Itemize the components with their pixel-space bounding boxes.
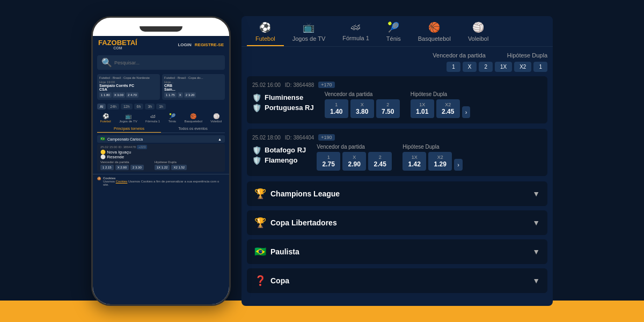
rp-hdr-btn-12[interactable]: 1 [533, 62, 547, 72]
rp-sport-volei[interactable]: 🏐 Voleibol [459, 16, 497, 46]
rp-sport-basket[interactable]: 🏀 Basquetebol [409, 16, 459, 46]
filter-12h[interactable]: 12h [121, 104, 133, 109]
odd-x-m2[interactable]: X 2.90 [342, 152, 366, 171]
phone-tenis-icon: 🎾 [169, 113, 175, 119]
odd-1-m1[interactable]: 1 1.40 [325, 99, 348, 118]
main-container: FAZOBETAÍ COM LOGIN REGISTRE-SE 🔍 Futebo… [91, 16, 553, 306]
phone-notch [140, 26, 182, 32]
rp-sport-futebol[interactable]: ⚽ Futebol [247, 16, 284, 46]
odd-1-m2[interactable]: 1 2.75 [317, 152, 340, 171]
phone-sport-f1[interactable]: 🏎 Fórmula 1 [145, 113, 160, 123]
odd-1x-m2[interactable]: 1X 1.42 [402, 152, 426, 171]
filter-24h[interactable]: 24h [107, 104, 119, 109]
rp-futebol-icon: ⚽ [259, 21, 271, 33]
tournament-paulista-left: 🇧🇷 Paulista [254, 246, 299, 258]
odd-1b-btn[interactable]: 1 1.75 [164, 92, 177, 98]
phone-volei-label: Voleibol [210, 120, 222, 123]
more-odds-m2[interactable]: › [454, 159, 463, 171]
odd-2b-btn[interactable]: 2 3.20 [184, 92, 196, 98]
odd-xb-btn[interactable]: X [178, 92, 183, 98]
phone-hipotese-label: Hipótese Dupla [155, 160, 187, 164]
filter-6h[interactable]: 6h [134, 104, 144, 109]
match-date-1: 25.02 16:00 [252, 82, 281, 88]
tournament-champions[interactable]: 🏆 Champions League ▼ [247, 181, 547, 206]
phone-sport-futebol[interactable]: ⚽ Futebol [100, 113, 111, 123]
odd-label: X [361, 102, 364, 107]
rp-sport-f1[interactable]: 🏎 Fórmula 1 [334, 16, 378, 46]
phone-hipotese-group: Hipótese Dupla 1X 1.22 X2 1.52 [155, 160, 187, 170]
register-button[interactable]: REGISTRE-SE [195, 42, 224, 47]
filter-1h[interactable]: 1h [156, 104, 166, 109]
rp-hdr-btn-1x[interactable]: 1X [495, 62, 512, 72]
odd-label: 1 [335, 102, 338, 107]
phone-odd-1[interactable]: 1 2.15 [100, 165, 114, 170]
phone-odd-1x[interactable]: 1X 1.22 [155, 165, 170, 170]
match-more-1[interactable]: +170 [318, 82, 334, 88]
odd-label: X2 [437, 155, 443, 160]
phone-search-bar[interactable]: 🔍 [97, 55, 225, 70]
match-body-1: 🛡️ Fluminense 🛡️ Portuguesa RJ Vencedor … [252, 91, 542, 118]
odd-1x-m1[interactable]: 1X 1.01 [411, 99, 434, 118]
match-odds-1: Vencedor da partida 1 1.40 X 3.80 [325, 91, 471, 118]
tournament-paulista[interactable]: 🇧🇷 Paulista ▼ [247, 239, 547, 264]
odd-x-btn[interactable]: X 3.00 [113, 92, 125, 98]
team-2b: Sam... [164, 87, 223, 91]
phone-sport-basket[interactable]: 🏀 Basquetebol [184, 113, 202, 123]
odd-val: 2.75 [323, 160, 335, 168]
odd-x-m1[interactable]: X 3.80 [350, 99, 374, 118]
login-button[interactable]: LOGIN [178, 42, 191, 47]
odd-x2-m1[interactable]: X2 2.45 [436, 99, 460, 118]
more-odds-m1[interactable]: › [462, 106, 471, 118]
odd-1-btn[interactable]: 1 1.80 [99, 92, 112, 98]
phone-vencedor-odds: 1 2.15 X 2.90 2 3.30 [100, 165, 144, 170]
odd-2-btn[interactable]: 2 4.70 [126, 92, 138, 98]
phone-odd-x[interactable]: X 2.90 [115, 165, 129, 170]
cookie-link[interactable]: Cookies [116, 180, 128, 183]
rp-hdr-btn-1[interactable]: 1 [447, 62, 460, 72]
odd-label: X2 [445, 102, 451, 107]
logo-com: COM [98, 46, 137, 50]
tournament-copa-left: ❓ Copa [254, 275, 289, 287]
teams-1: Sampaio Corrês FC CSA [99, 84, 158, 91]
tournament-copa[interactable]: ❓ Copa ▼ [247, 268, 547, 293]
odds-group-hipotese-1: Hipótese Dupla 1X 1.01 X2 2.45 [411, 91, 471, 118]
phone-tab-todos[interactable]: Todos os eventos [161, 125, 225, 133]
phone-matches-row: Futebol · Brasil · Copa de Nordeste Hoje… [93, 72, 229, 102]
search-input[interactable] [114, 60, 221, 65]
botafogo-name: Botafogo RJ [265, 146, 306, 154]
phone-tournament-header[interactable]: 🇧🇷 Campeonato Carioca ▲ [97, 135, 225, 143]
odd-2-m1[interactable]: 2 7.50 [376, 99, 400, 118]
hipotese-btns-1: 1X 1.01 X2 2.45 › [411, 99, 471, 118]
rp-hdr-btn-x[interactable]: X [463, 62, 477, 72]
right-panel: ⚽ Futebol 📺 Jogos de TV 🏎 Fórmula 1 🎾 Té… [241, 16, 553, 306]
rp-hdr-btn-x2[interactable]: X2 [514, 62, 531, 72]
rp-tv-label: Jogos de TV [292, 35, 326, 42]
rp-sport-tv[interactable]: 📺 Jogos de TV [284, 16, 334, 46]
phone-sport-tv[interactable]: 📺 Jogos de TV [119, 113, 137, 123]
phone-odd-2[interactable]: 2 3.30 [130, 165, 144, 170]
rp-sport-tenis[interactable]: 🎾 Ténis [378, 16, 409, 46]
phone-sport-volei[interactable]: 🏐 Voleibol [210, 113, 222, 123]
filter-3h[interactable]: 3h [145, 104, 155, 109]
rp-hdr-btn-2[interactable]: 2 [479, 62, 493, 72]
phone-match-card-1: Futebol · Brasil · Copa de Nordeste Hoje… [97, 74, 160, 100]
phone-tournament-chevron: ▲ [218, 137, 222, 141]
phone-tab-principais[interactable]: Principais torneios [97, 125, 161, 133]
team-1b: CSA [99, 87, 158, 91]
phone-odd-x2[interactable]: X2 1.52 [171, 165, 187, 170]
logo-text: FAZOBETAÍ [98, 39, 137, 47]
tournament-libertadores[interactable]: 🏆 Copa Libertadores ▼ [247, 210, 547, 235]
champions-chevron: ▼ [532, 189, 540, 198]
odd-val: 1.40 [330, 108, 342, 115]
match-meta-2: 25.02 18:00 ID: 3864404 +190 [252, 134, 542, 141]
phone-sports-row: ⚽ Futebol 📺 Jogos de TV 🏎 Fórmula 1 🎾 Té… [93, 111, 229, 125]
odd-2-m2[interactable]: 2 2.45 [368, 152, 392, 171]
phone-sport-tenis[interactable]: 🎾 Ténis [168, 113, 176, 123]
odd-x2-m2[interactable]: X2 1.29 [428, 152, 452, 171]
rp-odds-header: Vencedor da partida Hipótese Dupla [247, 52, 547, 62]
filter-all[interactable]: Al [97, 104, 106, 109]
phone-vencedor-label: Vencedor da partida [100, 160, 144, 164]
match-more-2[interactable]: +190 [318, 134, 334, 141]
paulista-chevron: ▼ [532, 247, 540, 256]
phone-tv-icon: 📺 [125, 113, 131, 119]
